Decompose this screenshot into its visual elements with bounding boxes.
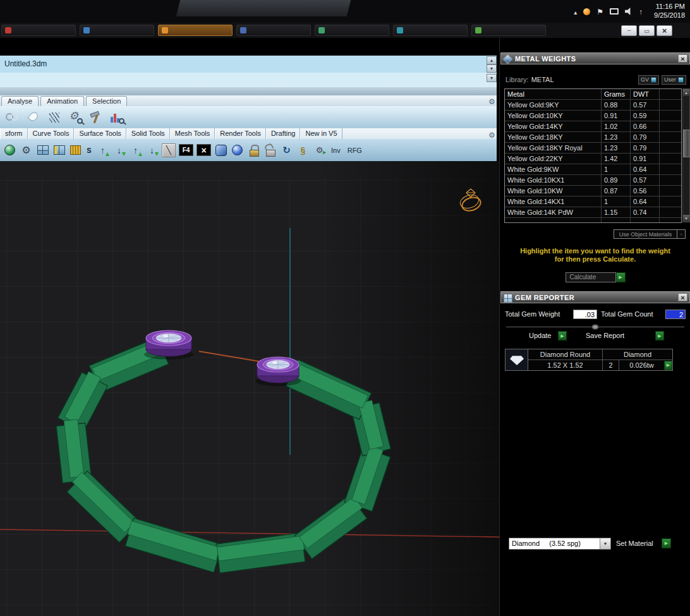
volume-icon[interactable] [625, 8, 632, 15]
raise-icon[interactable] [129, 143, 142, 157]
material-select[interactable]: Diamond (3.52 spg) [509, 538, 611, 550]
tool-tab[interactable]: Curve Tools [28, 128, 75, 139]
gem-row-values[interactable]: 1.52 X 1.52 2 0.026tw [528, 360, 672, 370]
gear-icon[interactable] [487, 129, 497, 138]
show-hidden-icons-chevron-icon[interactable] [574, 6, 577, 17]
diagonal-line-icon[interactable] [162, 143, 176, 157]
minimize-button[interactable] [621, 25, 637, 36]
total-gem-weight-value[interactable]: .03 [573, 310, 597, 319]
total-gem-count-value[interactable]: 2 [665, 310, 686, 319]
taskbar-item[interactable] [471, 25, 546, 36]
tool-tab[interactable]: New in V5 [300, 128, 342, 139]
calculate-arrow-button[interactable] [616, 272, 626, 282]
update-arrow-button[interactable] [558, 331, 567, 341]
scrollbar-down-icon[interactable] [683, 215, 689, 222]
viewport[interactable] [0, 161, 499, 616]
settings-gear-icon[interactable] [20, 143, 33, 157]
set-material-button[interactable]: Set Material [616, 540, 653, 547]
metal-row[interactable]: Yellow Gold:14KY 1.02 0.66 [505, 121, 681, 132]
metal-row[interactable]: Yellow Gold:18KY 1.23 0.79 [505, 132, 681, 143]
metal-row[interactable]: White Gold:10KX1 0.89 0.57 [505, 175, 681, 186]
gear-icon[interactable] [487, 95, 497, 105]
metal-row[interactable]: White Gold:14KX1 1 0.64 [505, 196, 681, 207]
metal-row[interactable]: Yellow Gold:18KY Royal 1.23 0.79 [505, 143, 681, 154]
viewport-3d-scene[interactable] [0, 161, 499, 616]
menu-tab[interactable]: Animation [40, 96, 84, 106]
upload-icon[interactable] [639, 6, 643, 17]
panel-splitter[interactable] [506, 327, 684, 327]
move-up-icon[interactable] [96, 143, 109, 157]
scrollbar-up-icon[interactable] [683, 89, 689, 96]
rfg-button[interactable]: RFG [346, 143, 364, 157]
gem-reporter-header[interactable]: GEM REPORTER [500, 291, 690, 303]
s-shortcut-label[interactable]: S [85, 143, 93, 157]
tool-tab[interactable]: Render Tools [215, 128, 266, 139]
rotate-icon[interactable] [280, 143, 293, 157]
scroll-up-button[interactable] [487, 56, 497, 64]
gem-image-cell[interactable] [505, 349, 528, 370]
tool-tab[interactable]: Drafting [266, 128, 301, 139]
command-line[interactable] [0, 73, 497, 87]
menu-tab[interactable]: Analyse [1, 96, 39, 106]
close-window-button[interactable] [657, 25, 672, 36]
gem-row-arrow-button[interactable] [664, 361, 672, 370]
scrollbar-thumb[interactable] [683, 130, 689, 157]
hatch-lines-icon[interactable] [46, 109, 63, 126]
layer-grid2-icon[interactable] [52, 143, 66, 157]
taskbar-item[interactable] [236, 25, 311, 36]
flag-icon[interactable] [596, 6, 603, 17]
move-down-icon[interactable] [112, 143, 126, 157]
set-material-arrow-button[interactable] [662, 538, 671, 548]
invert-button[interactable]: Inv [329, 143, 342, 157]
tray-app-icon[interactable] [583, 8, 590, 15]
use-object-materials-control[interactable]: Use Object Materials [614, 229, 686, 239]
hammer-icon[interactable] [88, 109, 104, 126]
taskbar-item[interactable] [393, 25, 468, 36]
taskbar-item[interactable] [315, 25, 389, 36]
gold-columns-icon[interactable] [69, 143, 82, 157]
layer-grid-icon[interactable] [36, 143, 49, 157]
unlock-icon[interactable] [263, 143, 277, 157]
splitter-knob-icon[interactable] [591, 324, 599, 330]
close-metal-weights-button[interactable] [678, 54, 687, 63]
claw-icon[interactable] [25, 109, 42, 126]
lower-icon[interactable] [145, 143, 159, 157]
metal-row[interactable]: White Gold:10KW 0.87 0.56 [505, 186, 681, 196]
taskbar-item-active[interactable] [158, 25, 233, 36]
dropdown-arrow-icon[interactable] [600, 538, 610, 549]
save-report-button[interactable]: Save Report [586, 332, 624, 339]
save-report-arrow-button[interactable] [655, 331, 664, 341]
metal-weights-header[interactable]: METAL WEIGHTS [500, 52, 690, 64]
metal-row[interactable]: Yellow Gold:10KY 0.91 0.59 [505, 111, 681, 121]
tool-tab[interactable]: Surface Tools [74, 128, 126, 139]
gv-button[interactable]: GV [638, 75, 659, 85]
metal-row[interactable]: Yellow Gold:22KY 1.42 0.91 [505, 154, 681, 164]
metal-table-scrollbar[interactable] [682, 88, 690, 222]
blue-sphere-icon[interactable] [231, 143, 244, 157]
blue-panel-icon[interactable] [214, 143, 227, 157]
command-history[interactable]: Untitled.3dm [0, 56, 497, 73]
metal-row[interactable]: White Gold:9KW 1 0.64 [505, 164, 681, 175]
options-search-icon[interactable] [67, 109, 83, 126]
f4-button[interactable]: F4 [179, 144, 193, 156]
scroll-down-button[interactable] [487, 64, 497, 73]
tool-tab[interactable]: Solid Tools [126, 128, 170, 139]
display-icon[interactable] [610, 8, 619, 15]
tool-tab[interactable]: sform [0, 128, 28, 139]
chart-analysis-icon[interactable] [109, 109, 125, 126]
menu-tab[interactable]: Selection [86, 96, 127, 106]
calculate-button[interactable]: Calculate [566, 272, 616, 282]
use-object-materials-toggle-icon[interactable] [677, 230, 685, 238]
render-sphere-icon[interactable] [3, 143, 16, 157]
metal-row[interactable]: White Gold:14K PdW 1.15 0.74 [505, 207, 681, 218]
spring-icon[interactable] [296, 143, 310, 157]
clear-viewport-button[interactable] [197, 144, 211, 156]
linked-rings-icon[interactable] [4, 109, 21, 126]
update-button[interactable]: Update [529, 332, 551, 339]
taskbar-item[interactable] [80, 25, 154, 36]
scroll-down-button2[interactable] [487, 74, 497, 82]
metal-row-partial[interactable] [505, 218, 681, 222]
gear-arrow-icon[interactable] [313, 143, 326, 157]
user-button[interactable]: User [662, 75, 686, 85]
close-gem-reporter-button[interactable] [678, 293, 687, 301]
